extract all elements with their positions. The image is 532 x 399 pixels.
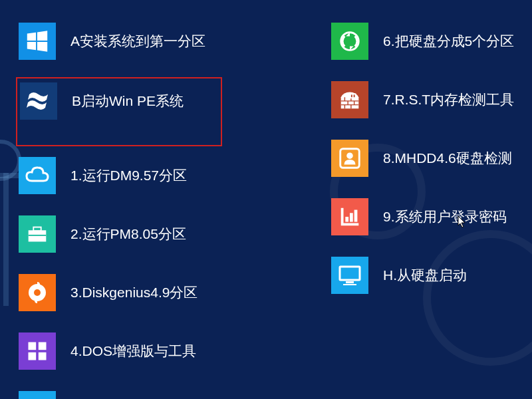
chart-icon [331,198,368,235]
svg-rect-22 [340,267,360,280]
menu-item[interactable]: 9.系统用户登录密码 [329,197,528,237]
menu-item[interactable]: 2.运行PM8.05分区 [16,214,329,254]
svg-rect-7 [29,352,37,360]
menu-item[interactable]: H.从硬盘启动 [329,255,528,295]
windowsFlag-icon [20,82,57,120]
svg-rect-21 [354,210,358,222]
menu-item-label: A安装系统到第一分区 [70,32,205,51]
svg-rect-24 [343,284,356,285]
menu-item-label: 6.把硬盘分成5个分区 [383,32,514,51]
briefcase-icon [19,215,56,253]
person-icon [331,140,368,177]
menu-item[interactable]: A安装系统到第一分区 [16,21,329,61]
svg-rect-14 [350,94,356,99]
svg-rect-16 [354,94,355,97]
monitor-icon [331,257,368,294]
menu-item[interactable]: 5.运行Ghost11通用 [16,390,329,399]
menu-column-right: 6.把硬盘分成5个分区7.R.S.T内存检测工具8.MHDD4.6硬盘检测9.系… [329,21,528,399]
menu-item-label: 7.R.S.T内存检测工具 [383,90,514,109]
menu-item[interactable]: 7.R.S.T内存检测工具 [329,80,528,120]
suitcase-icon [19,391,56,399]
svg-rect-20 [350,213,353,221]
menu-item-label: 1.运行DM9.57分区 [70,166,187,185]
origin-icon [19,274,56,311]
menu-item-label: B启动Win PE系统 [72,92,184,110]
svg-point-4 [34,289,41,296]
svg-point-18 [346,152,353,159]
menu-column-left: A安装系统到第一分区B启动Win PE系统1.运行DM9.57分区2.运行PM8… [16,21,329,399]
menu-item[interactable]: 6.把硬盘分成5个分区 [329,21,528,61]
tiles-icon [19,332,56,370]
menu-item-label: 3.Diskgenius4.9分区 [70,283,198,302]
menu-item-label: 9.系统用户登录密码 [383,207,507,226]
sync-icon [331,23,368,60]
svg-rect-23 [346,281,354,283]
firewall-icon [331,81,368,118]
menu-item-label: 8.MHDD4.6硬盘检测 [383,149,512,168]
windows8-icon [19,23,56,60]
menu-item[interactable]: 8.MHDD4.6硬盘检测 [329,138,528,178]
menu-item[interactable]: 1.运行DM9.57分区 [16,156,329,196]
svg-rect-8 [39,352,47,360]
menu-item[interactable]: B启动Win PE系统 [16,77,222,146]
svg-rect-1 [33,227,41,231]
menu-item-label: H.从硬盘启动 [383,266,467,285]
cloud-icon [19,157,56,194]
svg-rect-15 [351,94,352,97]
menu-item-label: 2.运行PM8.05分区 [70,225,186,243]
svg-rect-19 [345,217,348,222]
menu-item-label: 4.DOS增强版与工具 [70,342,196,360]
menu-item[interactable]: 3.Diskgenius4.9分区 [16,273,329,313]
menu-item[interactable]: 4.DOS增强版与工具 [16,331,329,371]
svg-rect-6 [39,342,47,350]
svg-rect-2 [29,235,47,236]
svg-rect-5 [29,342,37,350]
